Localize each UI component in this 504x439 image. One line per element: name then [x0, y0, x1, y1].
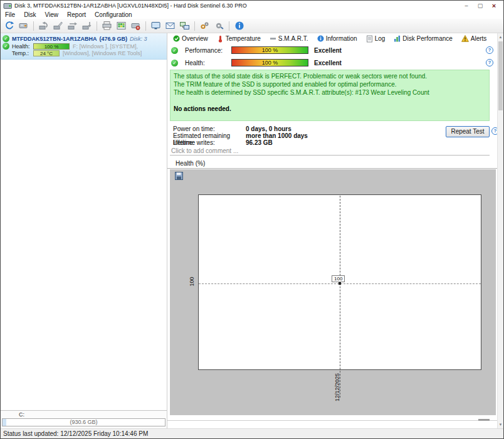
partitions-line1: F: [Windows ], [SYSTEM], — [73, 43, 138, 50]
preferences-gear-icon — [214, 21, 224, 31]
settings-gears-icon — [199, 21, 210, 31]
menu-disk[interactable]: Disk — [19, 11, 40, 19]
minimize-button[interactable]: – — [459, 3, 473, 9]
tab-label: Temperature — [226, 35, 261, 42]
send-mail-icon — [165, 21, 176, 31]
tab-log[interactable]: Log — [362, 33, 390, 44]
toolbar-separator — [97, 21, 97, 31]
health-bar: 100 % — [231, 59, 308, 66]
surface-test-icon — [38, 21, 49, 31]
menu-configuration[interactable]: Configuration — [90, 11, 136, 19]
tab-label: Log — [375, 35, 386, 42]
disk-size: (476.9 GB) — [100, 36, 128, 42]
comment-field[interactable]: Click to add comment ... — [170, 147, 490, 156]
tab-smart[interactable]: S.M.A.R.T. — [265, 33, 313, 44]
seek-test-button[interactable] — [65, 19, 80, 32]
vertical-scrollbar[interactable]: ▲ ▼ — [497, 33, 503, 428]
alerts-icon — [461, 35, 469, 42]
menu-file[interactable]: File — [1, 11, 19, 19]
tab-disk-performance[interactable]: Disk Performance — [389, 33, 456, 44]
scrollbar-thumb[interactable] — [498, 41, 503, 110]
save-chart-button[interactable] — [174, 171, 184, 181]
temp-badge: 24 °C — [33, 50, 60, 56]
pane-splitter[interactable] — [167, 420, 497, 421]
status-line: The TRIM feature of the SSD is supported… — [174, 80, 486, 88]
drive-capacity-bar[interactable]: (930.6 GB) — [2, 418, 165, 426]
chart-point-label: 100 — [332, 275, 345, 282]
drive-size: (930.6 GB) — [70, 419, 97, 425]
overview-icon — [173, 35, 180, 42]
tab-overview[interactable]: Overview — [169, 33, 213, 44]
health-label: Health: — [185, 60, 231, 66]
remote-monitor-icon — [150, 21, 161, 31]
network-disks-button[interactable] — [177, 19, 192, 32]
window-controls: – ▢ × — [459, 2, 501, 9]
maximize-button[interactable]: ▢ — [473, 3, 487, 9]
disk-report-button[interactable] — [129, 19, 143, 32]
menu-bar: File Disk View Report Configuration — [1, 11, 503, 19]
window-title: Disk 3, MTFDDAK512TBN-1AR1ZABHA [UGXVL01… — [14, 3, 459, 9]
scroll-down-arrow[interactable]: ▼ — [498, 421, 503, 428]
repeat-test-help-icon[interactable] — [491, 127, 497, 135]
menu-view[interactable]: View — [41, 11, 63, 19]
health-help-icon[interactable] — [486, 59, 493, 66]
drive-usage-fill — [3, 419, 6, 426]
tab-label: Information — [326, 35, 357, 42]
toolbar-separator — [145, 21, 146, 31]
disk-list-empty-area — [1, 60, 167, 410]
surface-map-button[interactable] — [114, 19, 129, 32]
disk-list-sidebar: MTFDDAK512TBN-1AR1ZABHA (476.9 GB) Disk:… — [1, 33, 167, 428]
scroll-up-arrow[interactable]: ▲ — [498, 33, 503, 41]
drive-letter: C: — [19, 411, 165, 418]
random-test-button[interactable] — [80, 19, 94, 32]
no-actions-text: No actions needed. — [174, 105, 486, 113]
random-test-icon — [81, 21, 92, 31]
app-window: Disk 3, MTFDDAK512TBN-1AR1ZABHA [UGXVL01… — [0, 0, 504, 439]
tab-label: S.M.A.R.T. — [278, 35, 308, 42]
content-area: MTFDDAK512TBN-1AR1ZABHA (476.9 GB) Disk:… — [1, 33, 503, 428]
information-icon — [317, 35, 324, 42]
chart-crosshair-vertical — [340, 196, 340, 398]
remote-monitor-button[interactable] — [149, 19, 163, 32]
health-row: Health: 100 % Excellent — [171, 58, 493, 67]
tab-alerts[interactable]: Alerts — [457, 33, 491, 44]
detect-disks-button[interactable] — [16, 19, 31, 32]
stat-value: 0 days, 0 hours — [246, 125, 291, 132]
chart-y-tick: 100 — [189, 277, 195, 286]
print-button[interactable] — [100, 19, 114, 32]
tab-temperature[interactable]: Temperature — [213, 33, 265, 44]
stat-row: Lifetime writes: 96.23 GB — [173, 139, 308, 146]
health-ok-icon — [3, 43, 9, 50]
drive-space-section[interactable]: C: (930.6 GB) — [1, 410, 167, 428]
splitter-grip[interactable] — [478, 419, 490, 421]
preferences-button[interactable] — [212, 19, 226, 32]
performance-help-icon[interactable] — [486, 46, 493, 54]
disk-name: MTFDDAK512TBN-1AR1ZABHA — [12, 36, 97, 42]
settings-button[interactable] — [197, 19, 212, 32]
tab-label: Alerts — [471, 35, 487, 42]
disk-report-icon — [130, 21, 141, 31]
print-icon — [102, 21, 112, 31]
status-text: Status last updated: 12/12/2025 Friday 1… — [3, 430, 148, 437]
performance-label: Performance: — [185, 47, 231, 54]
close-button[interactable]: × — [487, 2, 501, 9]
partitions-line2: [Windows], [Windows RE Tools] — [63, 50, 142, 56]
disk-list-item-selected[interactable]: MTFDDAK512TBN-1AR1ZABHA (476.9 GB) Disk:… — [1, 33, 167, 60]
tab-information[interactable]: Information — [313, 33, 362, 44]
save-icon — [175, 172, 183, 180]
surface-test-button[interactable] — [36, 19, 51, 32]
performance-icon — [394, 35, 401, 42]
repeat-test-button[interactable]: Repeat Test — [446, 126, 490, 137]
tab-bar: Overview Temperature S.M.A.R.T. Informat… — [167, 33, 497, 44]
write-test-button[interactable] — [51, 19, 65, 32]
lifetime-stats: Power on time: 0 days, 0 hours Estimated… — [173, 125, 308, 146]
menu-report[interactable]: Report — [63, 11, 90, 19]
information-button[interactable] — [232, 19, 246, 32]
disk-health-row: Health: 100 % F: [Windows ], [SYSTEM], — [3, 43, 165, 50]
send-mail-button[interactable] — [163, 19, 177, 32]
chart-section-title: Health (%) — [167, 159, 497, 169]
stat-row: Power on time: 0 days, 0 hours — [173, 125, 308, 132]
refresh-button[interactable] — [2, 19, 16, 32]
toolbar-separator — [33, 21, 34, 31]
stat-value: 96.23 GB — [246, 139, 273, 146]
